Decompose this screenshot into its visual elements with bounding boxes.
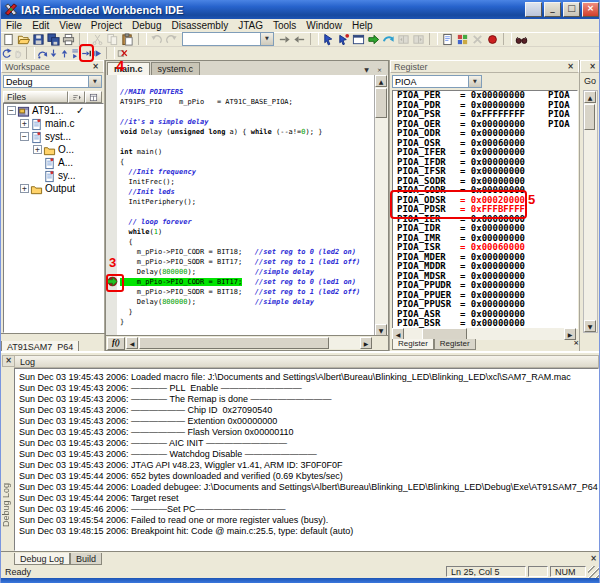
- undo-button[interactable]: [149, 32, 164, 46]
- tree-item-sy[interactable]: sy...: [4, 169, 103, 182]
- expand-icon[interactable]: +: [33, 145, 42, 154]
- log-content[interactable]: Sun Dec 03 19:45:43 2006: Loaded macro f…: [14, 368, 599, 551]
- options-column-icon[interactable]: [85, 91, 102, 103]
- log-tabs-close-icon[interactable]: ×: [590, 553, 597, 565]
- register-group-combobox[interactable]: PIOA ▼: [392, 75, 482, 88]
- new-document-button[interactable]: [1, 32, 16, 46]
- collapse-icon[interactable]: −: [20, 132, 29, 141]
- menu-file[interactable]: File: [1, 20, 27, 31]
- break-button[interactable]: [12, 46, 23, 60]
- tree-item-syst[interactable]: −syst...: [4, 130, 103, 143]
- menu-project[interactable]: Project: [86, 20, 127, 31]
- tab-list-icon[interactable]: ▼: [361, 65, 372, 75]
- scroll-left-icon[interactable]: ◀: [126, 337, 138, 349]
- tab-main-c[interactable]: main.c: [107, 62, 150, 75]
- make-button[interactable]: [366, 32, 381, 46]
- quick-search-combobox[interactable]: ▼: [182, 32, 274, 46]
- find-next-button[interactable]: [277, 32, 292, 46]
- navigate-back-button[interactable]: [396, 32, 411, 46]
- menu-edit[interactable]: Edit: [27, 20, 54, 31]
- save-button[interactable]: [31, 32, 46, 46]
- expand-icon[interactable]: +: [20, 119, 29, 128]
- quick-search-input[interactable]: [183, 33, 260, 45]
- tab-build[interactable]: Build: [70, 553, 102, 565]
- menu-window[interactable]: Window: [301, 20, 347, 31]
- tree-item-output[interactable]: +Output: [4, 182, 103, 195]
- step-out-button[interactable]: [59, 46, 70, 60]
- find-previous-button[interactable]: [292, 32, 307, 46]
- collapse-icon[interactable]: −: [7, 106, 16, 115]
- navigate-forward-button[interactable]: [411, 32, 426, 46]
- minimize-button[interactable]: _: [544, 2, 561, 17]
- scroll-thumb[interactable]: [139, 337, 329, 349]
- tab-register-2[interactable]: Register: [434, 339, 476, 350]
- make-project-button[interactable]: [455, 32, 470, 46]
- cut-button[interactable]: [90, 32, 105, 46]
- editor-horizontal-scrollbar[interactable]: ◀ ▶: [126, 337, 372, 349]
- step-over-button[interactable]: [37, 46, 48, 60]
- expand-icon[interactable]: +: [20, 184, 29, 193]
- editor-vertical-scrollbar[interactable]: ▲ ▼: [374, 75, 388, 336]
- menu-debug[interactable]: Debug: [127, 20, 166, 31]
- tree-item-a[interactable]: A...: [4, 156, 103, 169]
- files-column-header[interactable]: Files: [3, 91, 68, 103]
- next-statement-button[interactable]: [70, 46, 81, 60]
- menu-jtag[interactable]: JTAG: [233, 20, 268, 31]
- tab-system-c[interactable]: system.c: [151, 62, 201, 75]
- maximize-button[interactable]: □: [563, 2, 580, 17]
- editor-close-icon[interactable]: ×: [374, 65, 385, 75]
- title-bar[interactable]: IAR Embedded Workbench IDE _ □ ×: [1, 0, 600, 19]
- resize-grip[interactable]: [588, 566, 600, 578]
- print-button[interactable]: [61, 32, 76, 46]
- save-all-button[interactable]: [46, 32, 61, 46]
- tab-register-1[interactable]: Register: [392, 339, 434, 350]
- copy-button[interactable]: [105, 32, 120, 46]
- stop-build-button[interactable]: [470, 32, 485, 46]
- chevron-down-icon[interactable]: ▼: [468, 76, 481, 87]
- download-and-debug-button[interactable]: [381, 32, 396, 46]
- register-close-icon[interactable]: ×: [564, 61, 577, 73]
- scroll-down-icon[interactable]: ▼: [584, 320, 596, 332]
- combobox-dropdown-icon[interactable]: ▼: [260, 33, 273, 45]
- menu-bar[interactable]: FileEditViewProjectDebugDisassemblyJTAGT…: [1, 19, 600, 33]
- run-to-cursor-button[interactable]: [81, 46, 92, 60]
- workspace-close-icon[interactable]: ×: [89, 61, 102, 73]
- sort-column-icon[interactable]: [68, 91, 85, 103]
- menu-tools[interactable]: Tools: [268, 20, 301, 31]
- tab-debug-log[interactable]: Debug Log: [14, 553, 70, 565]
- side-panel-scrollbar[interactable]: ▲ ▼: [583, 90, 598, 333]
- workspace-tree[interactable]: −AT91...✓+main.c−syst...+O...A...sy...+O…: [3, 103, 104, 333]
- redo-button[interactable]: [164, 32, 179, 46]
- tree-item-o[interactable]: +O...: [4, 143, 103, 156]
- menu-view[interactable]: View: [54, 20, 86, 31]
- open-file-button[interactable]: [16, 32, 31, 46]
- scroll-thumb[interactable]: [584, 104, 595, 130]
- function-list-button[interactable]: f(): [107, 337, 125, 350]
- go-to-definition-button[interactable]: [321, 32, 336, 46]
- scroll-up-icon[interactable]: ▲: [375, 75, 387, 87]
- tree-item-at91[interactable]: −AT91...✓: [4, 104, 103, 117]
- chevron-down-icon[interactable]: ▼: [88, 76, 101, 87]
- tree-item-label: AT91...: [31, 105, 64, 116]
- toggle-bookmark-button[interactable]: [336, 32, 351, 46]
- side-panel-close-icon[interactable]: ×: [586, 61, 599, 73]
- target-combobox[interactable]: Debug ▼: [3, 75, 102, 88]
- scroll-thumb[interactable]: [375, 88, 387, 118]
- toggle-breakpoint-button[interactable]: [485, 32, 500, 46]
- menu-disassembly[interactable]: Disassembly: [166, 20, 233, 31]
- reset-button[interactable]: [1, 46, 12, 60]
- scroll-up-icon[interactable]: ▲: [584, 91, 596, 103]
- code-area[interactable]: //MAIN POINTERSAT91PS_PIO m_pPio = AT91C…: [106, 75, 375, 336]
- compile-button[interactable]: [440, 32, 455, 46]
- editor-window-button[interactable]: [351, 32, 366, 46]
- tree-item-mainc[interactable]: +main.c: [4, 117, 103, 130]
- paste-button[interactable]: [120, 32, 135, 46]
- menu-help[interactable]: Help: [347, 20, 378, 31]
- debug-button[interactable]: [514, 32, 529, 46]
- register-list[interactable]: PIOA_PER= 0x00000000PIOAPIOA_PDR= 0x0000…: [392, 90, 578, 329]
- go-button[interactable]: [92, 46, 103, 60]
- scroll-right-icon[interactable]: ▶: [360, 337, 372, 349]
- step-into-button[interactable]: [48, 46, 59, 60]
- close-button[interactable]: ×: [582, 2, 599, 17]
- extra-window-button[interactable]: [525, 2, 542, 17]
